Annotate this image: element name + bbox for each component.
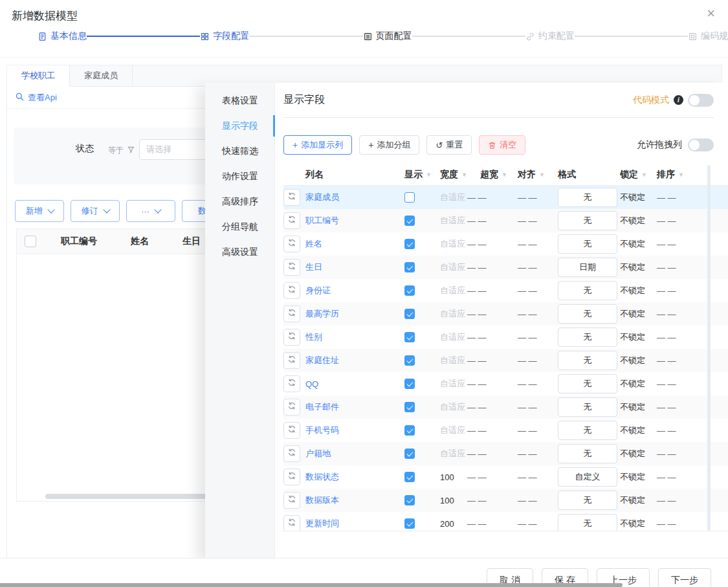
format-select[interactable]: 自定义: [558, 467, 617, 487]
visible-checkbox[interactable]: [404, 216, 415, 226]
sort-caret-icon[interactable]: ▼: [461, 172, 467, 178]
swap-row-button[interactable]: [283, 492, 300, 509]
visible-checkbox[interactable]: [404, 449, 415, 459]
step-1[interactable]: 基本信息: [38, 30, 87, 42]
field-name-link[interactable]: 生日: [305, 261, 404, 273]
menu-item-高级设置[interactable]: 高级设置: [205, 239, 274, 265]
swap-row-button[interactable]: [283, 399, 300, 415]
visible-checkbox[interactable]: [404, 192, 415, 203]
field-name-link[interactable]: 身份证: [305, 285, 404, 296]
format-select[interactable]: 无: [558, 281, 617, 300]
select-all-checkbox[interactable]: [25, 236, 36, 247]
sort-caret-icon[interactable]: ▼: [502, 172, 507, 178]
field-name-link[interactable]: 数据版本: [305, 494, 404, 506]
field-name-link[interactable]: 户籍地: [305, 448, 404, 460]
swap-row-button[interactable]: [283, 189, 300, 206]
添加分组-button[interactable]: +添加分组: [359, 135, 419, 155]
format-select[interactable]: 无: [558, 444, 617, 463]
swap-row-button[interactable]: [283, 305, 300, 322]
visible-checkbox[interactable]: [404, 262, 415, 272]
重置-button[interactable]: ↺重置: [426, 135, 472, 155]
format-select[interactable]: 无: [558, 188, 617, 207]
step-3[interactable]: 页面配置: [363, 30, 412, 42]
column-header-对齐[interactable]: 对齐▼: [518, 169, 558, 181]
sort-caret-icon[interactable]: ▼: [426, 172, 432, 178]
visible-checkbox[interactable]: [404, 239, 415, 249]
tab-学校职工[interactable]: 学校职工: [7, 65, 70, 87]
visible-checkbox[interactable]: [404, 472, 415, 482]
visible-checkbox[interactable]: [404, 309, 415, 319]
toolbar-button-新增[interactable]: 新增: [15, 200, 64, 222]
step-4[interactable]: 约束配置: [525, 30, 575, 42]
swap-row-button[interactable]: [283, 352, 300, 369]
step-5[interactable]: 编码规则: [688, 30, 728, 42]
info-icon[interactable]: i: [674, 95, 683, 105]
view-api-link[interactable]: 查看Api: [28, 92, 57, 104]
swap-row-button[interactable]: [283, 515, 300, 531]
visible-checkbox[interactable]: [404, 495, 415, 505]
column-header-宽度[interactable]: 宽度▼: [440, 169, 467, 181]
column-header-排序[interactable]: 排序▼: [657, 169, 711, 181]
visible-checkbox[interactable]: [404, 332, 415, 342]
visible-checkbox[interactable]: [404, 402, 415, 412]
swap-row-button[interactable]: [283, 212, 300, 229]
column-header-超宽[interactable]: 超宽▼: [467, 169, 518, 181]
visible-checkbox[interactable]: [404, 355, 415, 366]
field-name-link[interactable]: 电子邮件: [305, 401, 404, 413]
sort-caret-icon[interactable]: ▼: [641, 172, 647, 178]
tab-家庭成员[interactable]: 家庭成员: [70, 65, 133, 86]
column-header-显示[interactable]: 显示▼: [404, 169, 440, 181]
page-horizontal-scrollbar[interactable]: [0, 583, 623, 587]
visible-checkbox[interactable]: [404, 518, 415, 529]
field-name-link[interactable]: 性别: [305, 331, 404, 343]
添加显示列-button[interactable]: +添加显示列: [283, 135, 352, 155]
swap-row-button[interactable]: [283, 329, 300, 346]
visible-checkbox[interactable]: [404, 379, 415, 389]
menu-item-高级排序[interactable]: 高级排序: [205, 189, 274, 214]
format-select[interactable]: 无: [558, 211, 617, 230]
menu-item-分组导航[interactable]: 分组导航: [205, 214, 274, 239]
field-name-link[interactable]: 姓名: [305, 238, 404, 250]
close-icon[interactable]: ×: [707, 6, 715, 21]
allow-drag-toggle[interactable]: [688, 138, 714, 151]
menu-item-显示字段[interactable]: 显示字段: [205, 113, 274, 138]
swap-row-button[interactable]: [283, 422, 300, 439]
format-select[interactable]: 无: [558, 234, 617, 254]
format-select[interactable]: 无: [558, 491, 617, 510]
toolbar-button-修订[interactable]: 修订: [71, 200, 120, 222]
format-select[interactable]: 无: [558, 304, 617, 324]
drawer-vertical-scrollbar[interactable]: [707, 165, 711, 531]
menu-item-动作设置[interactable]: 动作设置: [205, 164, 274, 189]
format-select[interactable]: 日期: [558, 258, 617, 277]
sort-caret-icon[interactable]: ▼: [678, 172, 684, 178]
code-mode-toggle[interactable]: [688, 94, 714, 107]
swap-row-button[interactable]: [283, 236, 300, 252]
清空-button[interactable]: 清空: [479, 135, 525, 155]
format-select[interactable]: 无: [558, 397, 617, 417]
field-name-link[interactable]: 最高学历: [305, 308, 404, 320]
format-select[interactable]: 无: [558, 514, 617, 531]
field-name-link[interactable]: 家庭成员: [305, 192, 404, 203]
field-name-link[interactable]: 家庭住址: [305, 355, 404, 366]
menu-item-表格设置[interactable]: 表格设置: [205, 88, 274, 113]
field-name-link[interactable]: 数据状态: [305, 471, 404, 483]
field-name-link[interactable]: 职工编号: [305, 215, 404, 227]
sort-caret-icon[interactable]: ▼: [539, 172, 545, 178]
swap-row-button[interactable]: [283, 282, 300, 299]
field-name-link[interactable]: 更新时间: [305, 518, 404, 529]
footer-button-下一步[interactable]: 下一步: [658, 568, 711, 587]
step-2[interactable]: 字段配置: [200, 30, 249, 42]
format-select[interactable]: 无: [558, 421, 617, 440]
visible-checkbox[interactable]: [404, 425, 415, 436]
swap-row-button[interactable]: [283, 259, 300, 276]
field-name-link[interactable]: 手机号码: [305, 425, 404, 436]
toolbar-button-···[interactable]: ···: [126, 200, 175, 222]
format-select[interactable]: 无: [558, 327, 617, 347]
swap-row-button[interactable]: [283, 469, 300, 485]
menu-item-快速筛选[interactable]: 快速筛选: [205, 138, 274, 164]
format-select[interactable]: 无: [558, 374, 617, 393]
swap-row-button[interactable]: [283, 375, 300, 392]
visible-checkbox[interactable]: [404, 285, 415, 296]
column-header-锁定[interactable]: 锁定▼: [620, 169, 657, 181]
swap-row-button[interactable]: [283, 445, 300, 462]
